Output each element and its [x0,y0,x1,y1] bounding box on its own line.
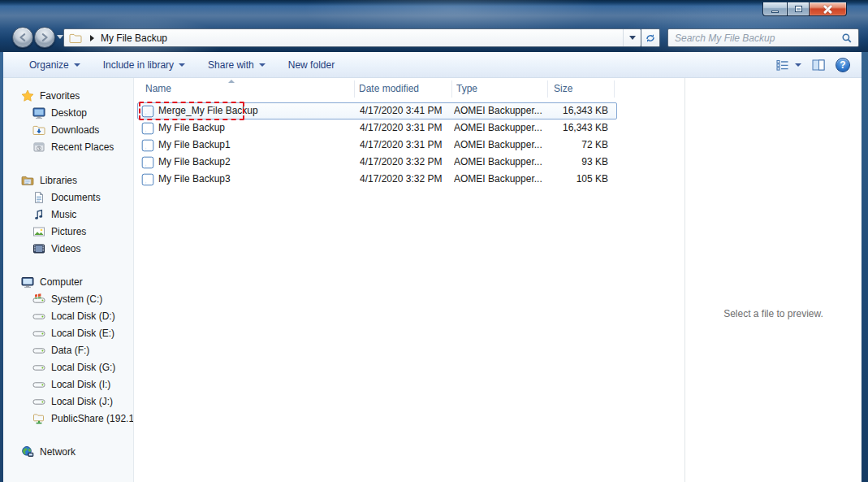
sidebar-item-desktop[interactable]: Desktop [3,104,133,121]
downloads-icon [32,124,45,137]
toolbar-item-include-in-library[interactable]: Include in library [93,56,195,74]
sidebar-item-publicshare-192-168[interactable]: PublicShare (192.168 [3,410,133,427]
backup-file-icon [141,173,154,186]
sidebar-item-label: System (C:) [51,293,102,305]
sidebar-group-label: Network [40,446,76,458]
close-button[interactable] [810,2,847,16]
recent-pages-dropdown-icon[interactable] [57,35,63,39]
sort-ascending-icon [228,80,235,83]
file-date-modified: 4/17/2020 3:32 PM [360,172,454,187]
file-name: My File Backup1 [158,137,231,153]
sidebar-item-documents[interactable]: Documents [3,189,133,206]
sidebar-item-local-disk-j[interactable]: Local Disk (J:) [3,393,133,410]
sidebar-group-network[interactable]: Network [3,443,133,460]
music-icon [32,208,45,221]
documents-icon [32,191,45,204]
back-button[interactable] [12,27,33,48]
sidebar-item-label: Local Disk (I:) [51,379,110,390]
toolbar-item-label: Organize [29,59,69,71]
sidebar-item-label: Local Disk (D:) [51,310,115,322]
sidebar-item-label: Recent Places [51,141,114,153]
address-dropdown-button[interactable] [623,29,641,46]
file-size: 93 KB [548,154,610,170]
sidebar-item-local-disk-d[interactable]: Local Disk (D:) [3,307,133,324]
star-icon [21,89,34,102]
sidebar-group-favorites[interactable]: Favorites [3,87,133,104]
file-name: My File Backup [158,120,225,136]
file-type: AOMEI Backupper... [454,172,550,187]
sidebar-item-label: Desktop [51,107,87,119]
chevron-down-icon [259,63,266,67]
column-header-size[interactable]: Size [554,78,572,100]
sidebar-item-local-disk-e[interactable]: Local Disk (E:) [3,324,133,341]
change-view-button[interactable] [776,59,801,72]
column-divider[interactable] [451,80,452,98]
explorer-window: My File Backup Search My File Backup Org… [0,0,868,482]
back-arrow-icon [17,32,28,43]
file-size: 72 KB [548,137,610,153]
maximize-button[interactable] [787,2,810,16]
address-bar[interactable]: My File Backup [63,28,641,47]
forward-arrow-icon [39,32,50,43]
toolbar-item-new-folder[interactable]: New folder [279,56,344,74]
sidebar-item-label: Documents [51,192,101,203]
sidebar-item-label: PublicShare (192.168 [51,413,133,424]
file-size: 105 KB [548,172,610,187]
file-type: AOMEI Backupper... [454,103,550,119]
column-header-name[interactable]: Name [145,78,171,100]
search-box[interactable]: Search My File Backup [667,28,859,47]
column-header-type[interactable]: Type [456,78,477,100]
sidebar-item-label: Videos [51,243,80,254]
sidebar-item-music[interactable]: Music [3,206,133,223]
sidebar-item-downloads[interactable]: Downloads [3,121,133,138]
toolbar-item-label: New folder [288,59,335,71]
sidebar-item-pictures[interactable]: Pictures [3,223,133,240]
toolbar-item-organize[interactable]: Organize [19,56,90,74]
forward-button[interactable] [34,27,55,48]
file-name: My File Backup3 [158,172,231,187]
sidebar-item-recent-places[interactable]: Recent Places [3,138,133,155]
column-divider[interactable] [547,80,548,98]
help-button[interactable]: ? [836,58,850,72]
breadcrumb[interactable]: My File Backup [101,33,167,44]
sidebar-item-local-disk-g[interactable]: Local Disk (G:) [3,358,133,376]
command-toolbar: OrganizeInclude in libraryShare withNew … [3,52,862,78]
backup-file-icon [141,156,154,169]
preview-pane-button[interactable] [812,59,825,72]
close-icon [823,5,832,14]
window-frame-right [862,52,868,482]
sidebar-item-label: Local Disk (J:) [51,396,113,407]
sidebar-item-videos[interactable]: Videos [3,240,133,257]
help-icon: ? [840,59,845,71]
minimize-button[interactable] [762,2,787,16]
table-row-my-file-backup2[interactable]: My File Backup2 4/17/2020 3:32 PM AOMEI … [137,154,617,171]
column-divider[interactable] [354,80,355,98]
drive-icon [32,344,45,357]
sidebar-group-libraries[interactable]: Libraries [3,172,133,189]
sidebar-item-label: Data (F:) [51,345,89,356]
minimize-icon [771,11,779,13]
table-row-my-file-backup[interactable]: My File Backup 4/17/2020 3:31 PM AOMEI B… [137,119,617,137]
sidebar-item-data-f[interactable]: Data (F:) [3,341,133,358]
desktop-icon [32,106,45,119]
table-row-my-file-backup1[interactable]: My File Backup1 4/17/2020 3:31 PM AOMEI … [137,137,617,154]
sidebar-group-label: Computer [40,276,83,288]
videos-icon [32,242,45,255]
drive-icon [32,378,45,391]
file-date-modified: 4/17/2020 3:32 PM [360,154,454,170]
refresh-button[interactable] [641,28,660,47]
sidebar-group-computer[interactable]: Computer [3,273,133,290]
sidebar-item-system-c[interactable]: System (C:) [3,290,133,307]
drive-icon [32,327,45,340]
computer-icon [21,276,34,289]
table-row-merge-my-file-backup[interactable]: Merge_My File Backup 4/17/2020 3:41 PM A… [137,102,617,119]
search-input[interactable]: Search My File Backup [675,33,836,44]
sidebar-item-local-disk-i[interactable]: Local Disk (I:) [3,376,133,393]
toolbar-item-share-with[interactable]: Share with [198,56,275,74]
column-header-date-modified[interactable]: Date modified [359,78,419,100]
breadcrumb-arrow-icon[interactable] [90,35,94,41]
drive-icon [32,395,45,408]
table-row-my-file-backup3[interactable]: My File Backup3 4/17/2020 3:32 PM AOMEI … [137,171,617,188]
column-divider[interactable] [614,80,615,98]
preview-empty-text: Select a file to preview. [685,308,862,319]
